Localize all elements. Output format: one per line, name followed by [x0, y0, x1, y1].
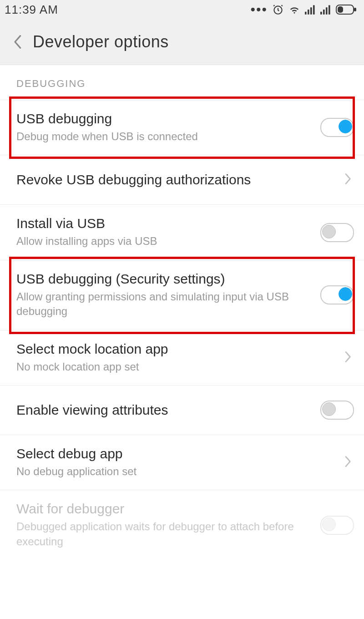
svg-rect-1 — [305, 12, 307, 15]
row-select-mock-location-app[interactable]: Select mock location app No mock locatio… — [0, 330, 364, 386]
row-enable-viewing-attributes[interactable]: Enable viewing attributes — [0, 386, 364, 435]
more-icon: ••• — [250, 2, 268, 17]
svg-rect-5 — [320, 12, 322, 15]
row-subtitle: No debug application set — [16, 464, 338, 479]
row-wait-for-debugger: Wait for debugger Debugged application w… — [0, 490, 364, 560]
chevron-right-icon — [344, 173, 354, 187]
page-title: Developer options — [33, 32, 169, 51]
chevron-left-icon — [13, 34, 22, 50]
row-title: USB debugging (Security settings) — [16, 271, 314, 287]
svg-rect-8 — [329, 5, 330, 14]
battery-icon — [336, 5, 357, 15]
settings-list: DEBUGGING USB debugging Debug mode when … — [0, 65, 364, 560]
toggle-viewing-attributes[interactable] — [320, 401, 354, 420]
row-subtitle: Debug mode when USB is connected — [16, 129, 314, 144]
svg-rect-3 — [310, 7, 312, 15]
svg-rect-7 — [326, 7, 328, 15]
row-subtitle: Allow granting permissions and simulatin… — [16, 289, 314, 319]
svg-rect-2 — [308, 10, 309, 15]
row-title: Install via USB — [16, 216, 314, 231]
row-select-debug-app[interactable]: Select debug app No debug application se… — [0, 435, 364, 490]
back-button[interactable] — [8, 33, 26, 51]
svg-rect-6 — [323, 10, 325, 15]
status-bar: 11:39 AM ••• — [0, 0, 364, 19]
row-title: Enable viewing attributes — [16, 402, 314, 418]
row-title: Revoke USB debugging authorizations — [16, 172, 338, 188]
chevron-right-icon — [344, 455, 354, 470]
status-icons: ••• — [250, 2, 357, 17]
row-subtitle: No mock location app set — [16, 360, 338, 374]
svg-rect-4 — [313, 5, 315, 14]
toggle-install-via-usb[interactable] — [320, 223, 354, 242]
signal-icon-1 — [305, 5, 316, 15]
row-subtitle: Debugged application waits for debugger … — [16, 519, 314, 549]
row-usb-debugging-security[interactable]: USB debugging (Security settings) Allow … — [0, 260, 364, 330]
row-install-via-usb[interactable]: Install via USB Allow installing apps vi… — [0, 205, 364, 260]
app-bar: Developer options — [0, 19, 364, 65]
row-title: Wait for debugger — [16, 501, 314, 517]
svg-rect-11 — [338, 6, 343, 13]
wifi-icon — [288, 5, 300, 15]
row-usb-debugging[interactable]: USB debugging Debug mode when USB is con… — [0, 100, 364, 155]
row-title: USB debugging — [16, 111, 314, 127]
row-subtitle: Allow installing apps via USB — [16, 234, 314, 249]
toggle-usb-debugging[interactable] — [320, 118, 354, 137]
row-title: Select mock location app — [16, 341, 338, 357]
signal-icon-2 — [320, 5, 331, 15]
row-revoke-usb-authorizations[interactable]: Revoke USB debugging authorizations — [0, 155, 364, 205]
alarm-icon — [272, 4, 284, 15]
chevron-right-icon — [344, 350, 354, 365]
toggle-usb-debugging-security[interactable] — [320, 285, 354, 304]
status-time: 11:39 AM — [5, 3, 58, 17]
svg-rect-10 — [354, 8, 356, 11]
row-title: Select debug app — [16, 446, 338, 462]
section-header-debugging: DEBUGGING — [0, 65, 364, 100]
toggle-wait-for-debugger — [320, 516, 354, 535]
